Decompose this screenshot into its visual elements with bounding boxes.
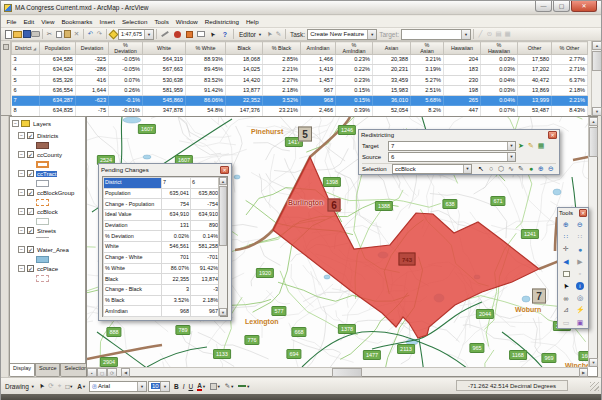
pending-changes-titlebar[interactable]: Pending Changes✕: [99, 164, 231, 175]
selection-combobox[interactable]: ccBlock▼: [392, 164, 472, 174]
select-all-icon[interactable]: ●: [526, 164, 536, 174]
toc-tab-source[interactable]: Source: [35, 364, 60, 377]
font-size-combobox[interactable]: 10▼: [148, 381, 170, 392]
unassign-icon[interactable]: ✎: [526, 141, 536, 151]
map-vertical-scrollbar[interactable]: ▲ ▼: [588, 117, 597, 367]
layer-checkbox[interactable]: ✓: [27, 227, 34, 234]
toc-tab-display[interactable]: Display: [9, 364, 35, 377]
marker-color-button[interactable]: ▼: [236, 380, 252, 392]
layer-checkbox[interactable]: ✓: [27, 246, 34, 253]
pending-scroll-down-icon[interactable]: ▼: [219, 308, 227, 316]
paste-icon[interactable]: [63, 28, 72, 40]
save-icon[interactable]: [22, 28, 31, 40]
underline-button[interactable]: U: [186, 380, 195, 392]
table-row-district-3[interactable]: 3634,585-325-0.05%564,31988.93%18,0682.8…: [12, 55, 588, 65]
layer-name-ccplace[interactable]: ccPlace: [36, 266, 59, 272]
table-row-district-6[interactable]: 6636,5541,6440.26%581,95991.42%13,8772.1…: [12, 85, 588, 95]
measure-icon[interactable]: [159, 28, 171, 40]
clear-selection-icon[interactable]: ▫: [573, 268, 587, 280]
pending-row[interactable]: AmIndian968967: [104, 306, 220, 317]
column-header-other[interactable]: % Other: [552, 42, 588, 55]
scroll-down-icon[interactable]: ▼: [592, 107, 602, 116]
table-row-district-7[interactable]: 7634,287-623-0.1%545,86086.06%22,3523.52…: [12, 96, 588, 106]
font-combobox[interactable]: ⓐArial▼: [89, 381, 147, 392]
viewer-icon[interactable]: ▭: [559, 317, 573, 329]
line-color-button[interactable]: ✎▼: [223, 380, 236, 392]
menu-insert[interactable]: Insert: [96, 17, 118, 26]
add-xy-icon[interactable]: [171, 28, 183, 40]
source-combobox[interactable]: 6▼: [388, 152, 516, 162]
pending-row[interactable]: % Black3.52%2.18%: [104, 295, 220, 306]
table-row-district-5[interactable]: 5635,3264160.07%530,63883.52%14,4202.27%…: [12, 75, 588, 85]
expand-icon[interactable]: −: [18, 170, 25, 177]
table-row-district-8[interactable]: 8634,835-75-0.01%347,87854.8%147,37623.2…: [12, 106, 588, 116]
pending-scroll-thumb[interactable]: [219, 186, 227, 246]
menu-view[interactable]: View: [38, 17, 58, 26]
open-icon[interactable]: [13, 28, 22, 40]
rebuild-icon[interactable]: ▦: [536, 141, 546, 151]
expand-icon[interactable]: −: [18, 246, 25, 253]
layer-name-ccblockgroup[interactable]: ccBlockGroup: [36, 190, 75, 196]
print-icon[interactable]: [31, 28, 40, 40]
pending-row[interactable]: Black22,35513,874: [104, 274, 220, 285]
refresh-view-button[interactable]: ⟳: [107, 368, 117, 377]
full-extent-icon[interactable]: ●: [573, 243, 587, 255]
layer-checkbox[interactable]: ✓: [27, 170, 34, 177]
resize-grip[interactable]: [590, 382, 599, 391]
hyperlink-icon[interactable]: ⚡: [573, 304, 587, 316]
expand-icon[interactable]: −: [18, 132, 25, 139]
back-extent-icon[interactable]: ◀: [559, 256, 573, 268]
layer-name-streets[interactable]: Streets: [36, 228, 57, 234]
layer-name-cccounty[interactable]: ccCounty: [36, 152, 63, 158]
menu-window[interactable]: Window: [172, 17, 201, 26]
pending-scroll-up-icon[interactable]: ▲: [219, 177, 227, 185]
layer-checkbox[interactable]: ✓: [27, 265, 34, 272]
html-popup-icon[interactable]: ▣: [573, 317, 587, 329]
add-data-icon[interactable]: [109, 28, 118, 40]
expand-icon[interactable]: −: [18, 227, 25, 234]
fixed-zoom-in-icon[interactable]: ∷: [559, 231, 573, 243]
map-horizontal-scrollbar[interactable]: ▪ ◻ ⟳ ◀ ▶: [87, 367, 588, 376]
column-header-deviation[interactable]: %Deviation: [109, 42, 143, 55]
target-flash-icon[interactable]: ⊙: [485, 28, 494, 40]
map-scroll-right-icon[interactable]: ▶: [579, 368, 588, 377]
map-vscroll-thumb[interactable]: [589, 127, 598, 157]
drawing-menu-button[interactable]: Drawing▼: [3, 380, 37, 392]
undo-icon[interactable]: ↶: [86, 28, 95, 40]
layer-name-layers[interactable]: Layers: [32, 121, 52, 127]
delete-icon[interactable]: ✕: [72, 28, 81, 40]
column-header-amindian[interactable]: AmIndian: [301, 42, 336, 55]
column-header-population[interactable]: Population: [40, 42, 76, 55]
district-attribute-table[interactable]: District ◢PopulationDeviation%DeviationW…: [11, 41, 588, 116]
menu-redistricting[interactable]: Redistricting: [201, 17, 242, 26]
pending-close-icon[interactable]: ✕: [220, 166, 229, 174]
menu-file[interactable]: File: [3, 17, 20, 26]
draw-rotate-icon[interactable]: ⟳: [46, 380, 55, 392]
maximize-button[interactable]: ▢: [553, 1, 570, 12]
fixed-zoom-out-icon[interactable]: ∷: [573, 231, 587, 243]
redistricting-titlebar[interactable]: Redistricting✕: [359, 130, 559, 140]
task-combobox[interactable]: Create New Feature▼: [307, 29, 377, 40]
menu-tools[interactable]: Tools: [151, 17, 172, 26]
column-header-black[interactable]: % Black: [263, 42, 301, 55]
column-header-asian[interactable]: %Asian: [411, 42, 444, 55]
pending-changes-table[interactable]: District76Population635,041635,800Change…: [103, 177, 220, 317]
scroll-up-icon[interactable]: ▲: [592, 41, 602, 50]
go-to-xy-icon[interactable]: ◎: [573, 292, 587, 304]
column-header-hawaiian[interactable]: Hawaiian: [444, 42, 481, 55]
font-color-button[interactable]: A▼: [195, 380, 208, 392]
pending-row[interactable]: Ideal Value634,910634,910: [104, 210, 220, 221]
column-header-district[interactable]: District ◢: [12, 42, 40, 55]
select-circle-icon[interactable]: ○: [486, 164, 496, 174]
column-header-white[interactable]: % White: [186, 42, 226, 55]
attributes-icon[interactable]: ▤: [494, 28, 503, 40]
pan-icon[interactable]: ✛: [559, 243, 573, 255]
select-features-icon[interactable]: [559, 268, 573, 280]
map-scroll-up-icon[interactable]: ▲: [589, 117, 598, 126]
target-combobox[interactable]: 7▼: [388, 141, 516, 151]
redistricting-close-icon[interactable]: ✕: [548, 131, 557, 139]
expand-icon[interactable]: −: [18, 151, 25, 158]
menu-selection[interactable]: Selection: [118, 17, 150, 26]
zoom-in-icon[interactable]: ⊕: [559, 219, 573, 231]
column-header-hawaiian[interactable]: %Hawaiian: [481, 42, 518, 55]
